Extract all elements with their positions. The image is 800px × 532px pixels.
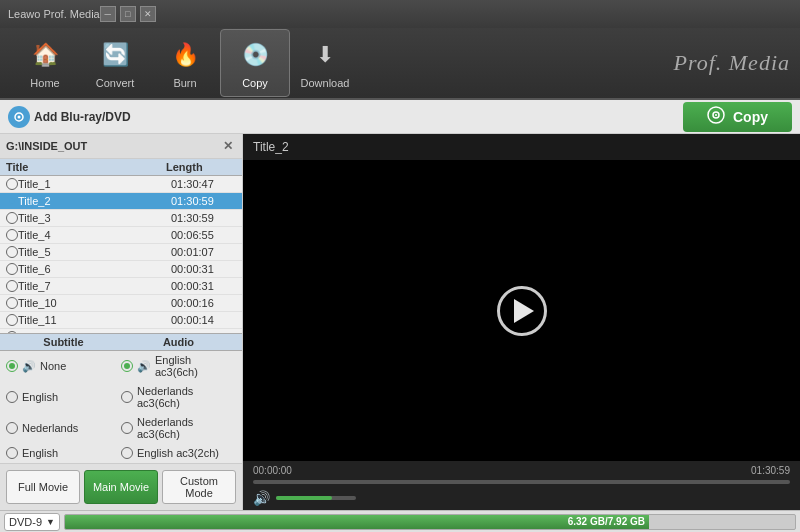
- play-button[interactable]: [497, 286, 547, 336]
- title-bar: Leawo Prof. Media ─ □ ✕: [0, 0, 800, 28]
- disc-header: G:\INSIDE_OUT ✕: [0, 134, 242, 159]
- minimize-button[interactable]: ─: [100, 6, 116, 22]
- video-controls: 00:00:00 01:30:59 🔊: [243, 461, 800, 510]
- toolbar-home-label: Home: [30, 77, 59, 89]
- window-controls: ─ □ ✕: [100, 6, 156, 22]
- title-radio[interactable]: [6, 280, 18, 292]
- title-name: Title_3: [18, 212, 171, 224]
- subtitle-audio-section: Subtitle Audio 🔊 None 🔊 English ac3(6ch): [0, 333, 242, 463]
- title-name: Title_5: [18, 246, 171, 258]
- subtitle-audio-row: English English ac3(2ch): [0, 444, 242, 463]
- audio-col-header: Audio: [121, 336, 236, 348]
- title-radio[interactable]: [6, 314, 18, 326]
- subtitle-audio-header: Subtitle Audio: [0, 334, 242, 351]
- subtitle-col-header: Subtitle: [6, 336, 121, 348]
- audio-option[interactable]: Nederlands ac3(6ch): [121, 385, 236, 409]
- subtitle-radio[interactable]: [6, 360, 18, 372]
- subtitle-radio[interactable]: [6, 391, 18, 403]
- toolbar-burn[interactable]: 🔥 Burn: [150, 29, 220, 97]
- subtitle-audio-row: Nederlands Nederlands ac3(6ch): [0, 413, 242, 444]
- title-row[interactable]: Title_4 00:06:55: [0, 227, 242, 244]
- audio-option[interactable]: Nederlands ac3(6ch): [121, 416, 236, 440]
- subtitle-value: English: [22, 447, 58, 459]
- copy-disc-icon: [707, 106, 725, 127]
- subtitle-audio-row: English Nederlands ac3(6ch): [0, 382, 242, 413]
- custom-mode-button[interactable]: Custom Mode: [162, 470, 236, 504]
- toolbar-download[interactable]: ⬇ Download: [290, 29, 360, 97]
- right-panel: Title_2 00:00:00 01:30:59 🔊: [243, 134, 800, 510]
- title-radio[interactable]: [6, 246, 18, 258]
- add-label: Add Blu-ray/DVD: [34, 110, 131, 124]
- audio-radio[interactable]: [121, 360, 133, 372]
- subtitle-value: None: [40, 360, 66, 372]
- toolbar: 🏠 Home 🔄 Convert 🔥 Burn 💿 Copy ⬇ Downloa…: [0, 28, 800, 100]
- audio-option[interactable]: English ac3(2ch): [121, 447, 236, 459]
- dvd-format-select[interactable]: DVD-9 ▼: [4, 513, 60, 531]
- title-row[interactable]: Title_6 00:00:31: [0, 261, 242, 278]
- audio-option[interactable]: 🔊 English ac3(6ch): [121, 354, 236, 378]
- toolbar-copy[interactable]: 💿 Copy: [220, 29, 290, 97]
- subtitle-option[interactable]: English: [6, 447, 121, 459]
- volume-icon[interactable]: 🔊: [253, 490, 270, 506]
- title-row[interactable]: Title_10 00:00:16: [0, 295, 242, 312]
- title-radio[interactable]: [6, 212, 18, 224]
- title-row[interactable]: Title_2 01:30:59: [0, 193, 242, 210]
- title-radio[interactable]: [6, 178, 18, 190]
- title-radio[interactable]: [6, 229, 18, 241]
- title-row[interactable]: Title_1 01:30:47: [0, 176, 242, 193]
- title-length: 00:00:16: [171, 297, 236, 309]
- storage-progress-fill: 6.32 GB/7.92 GB: [65, 515, 649, 529]
- download-icon: ⬇: [307, 37, 343, 73]
- copy-action-button[interactable]: Copy: [683, 102, 792, 132]
- title-row[interactable]: Title_3 01:30:59: [0, 210, 242, 227]
- subtitle-radio[interactable]: [6, 422, 18, 434]
- title-length: 00:00:14: [171, 314, 236, 326]
- burn-icon: 🔥: [167, 37, 203, 73]
- subtitle-radio[interactable]: [6, 447, 18, 459]
- title-name: Title_7: [18, 280, 171, 292]
- convert-icon: 🔄: [97, 37, 133, 73]
- title-row[interactable]: Title_7 00:00:31: [0, 278, 242, 295]
- main-movie-button[interactable]: Main Movie: [84, 470, 158, 504]
- full-movie-button[interactable]: Full Movie: [6, 470, 80, 504]
- maximize-button[interactable]: □: [120, 6, 136, 22]
- storage-progress-text: 6.32 GB/7.92 GB: [568, 516, 645, 527]
- time-start: 00:00:00: [253, 465, 292, 476]
- toolbar-home[interactable]: 🏠 Home: [10, 29, 80, 97]
- toolbar-burn-label: Burn: [173, 77, 196, 89]
- subtitle-audio-row: 🔊 None 🔊 English ac3(6ch): [0, 351, 242, 382]
- video-title: Title_2: [243, 134, 800, 160]
- title-name: Title_2: [18, 195, 171, 207]
- audio-value: Nederlands ac3(6ch): [137, 416, 236, 440]
- audio-radio[interactable]: [121, 391, 133, 403]
- svg-point-5: [715, 114, 717, 116]
- audio-radio[interactable]: [121, 422, 133, 434]
- audio-speaker-icon: 🔊: [137, 360, 151, 373]
- seek-bar[interactable]: [253, 480, 790, 484]
- dropdown-arrow-icon: ▼: [46, 517, 55, 527]
- title-row[interactable]: Title_11 00:00:14: [0, 312, 242, 329]
- subtitle-option[interactable]: English: [6, 385, 121, 409]
- home-icon: 🏠: [27, 37, 63, 73]
- title-name: Title_6: [18, 263, 171, 275]
- title-radio[interactable]: [6, 297, 18, 309]
- audio-value: English ac3(2ch): [137, 447, 219, 459]
- subtitle-option[interactable]: 🔊 None: [6, 354, 121, 378]
- close-button[interactable]: ✕: [140, 6, 156, 22]
- titles-list: Title_1 01:30:47 Title_2 01:30:59 Title_…: [0, 176, 242, 333]
- title-radio[interactable]: [6, 263, 18, 275]
- close-disc-button[interactable]: ✕: [220, 138, 236, 154]
- add-bluray-dvd-button[interactable]: Add Blu-ray/DVD: [8, 106, 131, 128]
- toolbar-convert[interactable]: 🔄 Convert: [80, 29, 150, 97]
- app-title: Leawo Prof. Media: [8, 8, 100, 20]
- subtitle-option[interactable]: Nederlands: [6, 416, 121, 440]
- audio-value: English ac3(6ch): [155, 354, 236, 378]
- titles-column-header: Title Length: [0, 159, 242, 176]
- title-row[interactable]: Title_5 00:01:07: [0, 244, 242, 261]
- sub-toolbar: Add Blu-ray/DVD Copy: [0, 100, 800, 134]
- audio-radio[interactable]: [121, 447, 133, 459]
- title-radio[interactable]: [6, 195, 18, 207]
- volume-bar[interactable]: [276, 496, 356, 500]
- title-length: 00:01:07: [171, 246, 236, 258]
- title-col-header: Title: [6, 161, 166, 173]
